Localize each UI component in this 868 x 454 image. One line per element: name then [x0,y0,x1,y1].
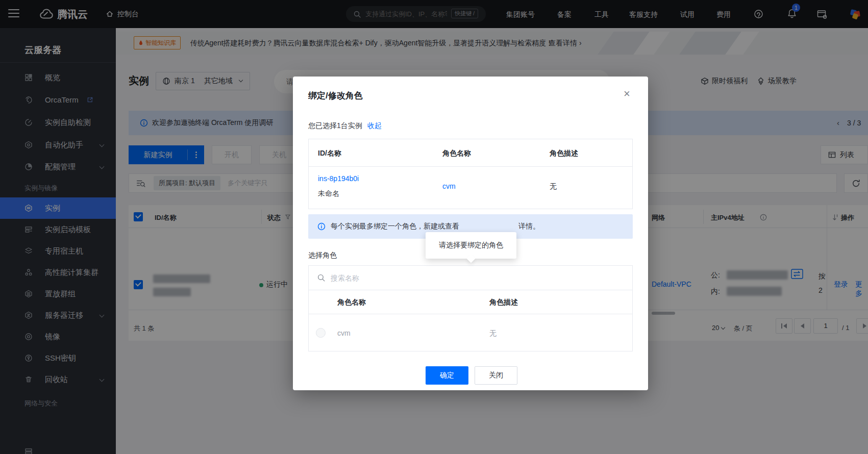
col-role-name: 角色名称 [337,298,366,307]
instance-role-link[interactable]: cvm [442,182,456,190]
selected-instances-line: 您已选择1台实例 收起 [308,121,382,131]
role-search-row[interactable] [309,266,632,290]
modal-instance-table: ID/名称 角色名称 角色描述 ins-8p194b0i 未命名 cvm 无 [308,139,633,209]
close-button[interactable]: 关闭 [475,366,517,385]
tooltip-text: 请选择要绑定的角色 [439,241,503,250]
role-radio[interactable] [316,328,326,338]
role-table-row[interactable]: cvm 无 [309,314,632,351]
instance-name: 未命名 [318,189,339,198]
col-role: 角色名称 [442,149,471,158]
col-id: ID/名称 [318,149,341,158]
role-desc-cell: 无 [489,329,497,338]
modal-table-row: ins-8p194b0i 未命名 cvm 无 [309,167,632,209]
role-name-cell: cvm [337,329,351,337]
role-selector: 角色名称 角色描述 cvm 无 [308,265,633,351]
role-search-input[interactable] [331,274,596,282]
info-icon [317,222,326,231]
modal-title: 绑定/修改角色 [308,90,363,102]
banner-text-left: 每个实例最多绑定一个角色，新建或查看 [331,222,459,231]
close-icon[interactable]: × [624,89,630,99]
confirm-button[interactable]: 确定 [426,366,468,385]
modal-table-header: ID/名称 角色名称 角色描述 [309,139,632,167]
collapse-link[interactable]: 收起 [367,121,382,130]
search-icon [317,273,326,282]
screen: 腾讯云 控制台 快捷键 / 集团账号 备案 工具 客服支持 试用 费用 1 [0,0,868,454]
select-role-tooltip: 请选择要绑定的角色 [426,232,516,259]
select-role-label: 选择角色 [308,251,337,260]
selected-instances-text: 您已选择1台实例 [308,121,362,130]
col-desc: 角色描述 [550,149,578,158]
instance-id-link[interactable]: ins-8p194b0i [318,174,359,183]
col-role-desc: 角色描述 [489,298,518,307]
instance-role-desc: 无 [550,182,557,191]
role-table-header: 角色名称 角色描述 [309,290,632,314]
banner-text-right: 详情。 [518,222,540,231]
